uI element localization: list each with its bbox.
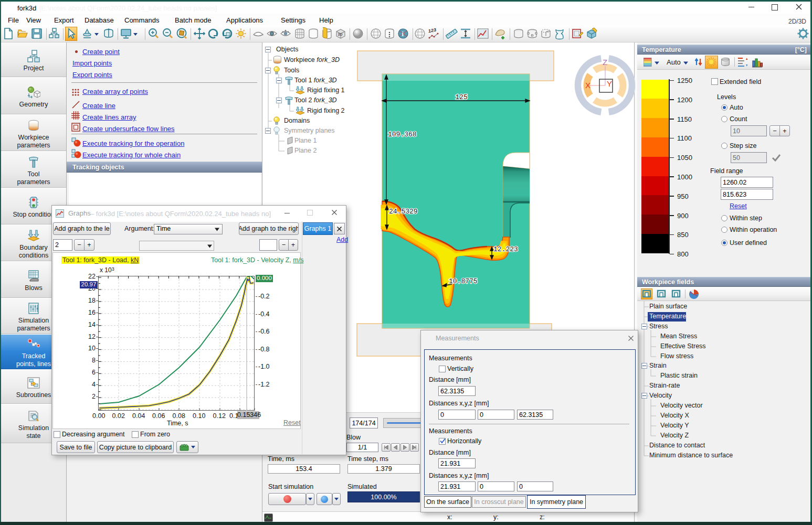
svg-text:X: X xyxy=(585,81,590,90)
svg-text:125: 125 xyxy=(455,93,467,101)
svg-text:10.8775: 10.8775 xyxy=(449,277,478,285)
svg-text:24.5329: 24.5329 xyxy=(389,208,418,216)
svg-text:12.223: 12.223 xyxy=(493,245,518,253)
svg-text:Y: Y xyxy=(607,79,612,88)
svg-text:3D: 3D xyxy=(338,33,343,36)
svg-text:123: 123 xyxy=(428,27,436,34)
svg-text:109.368: 109.368 xyxy=(388,131,417,138)
svg-text:Z: Z xyxy=(603,58,607,67)
